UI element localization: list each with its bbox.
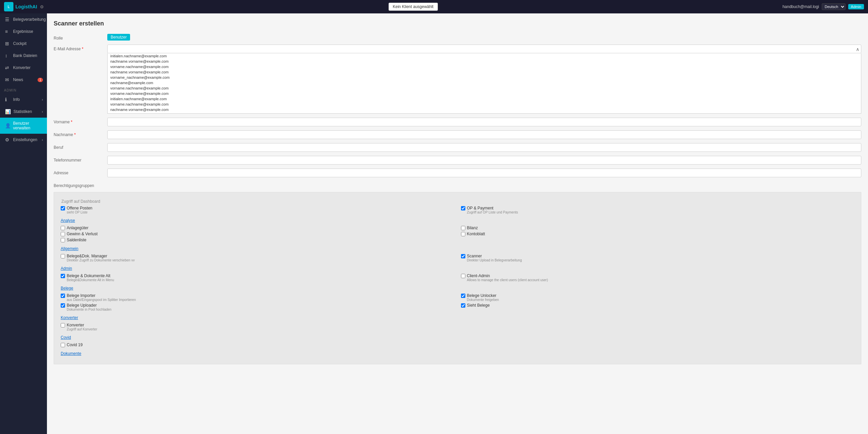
form-row-rolle: Rolle Benutzer <box>54 34 861 40</box>
perm-section-konverter: Konverter <box>61 315 854 320</box>
email-input[interactable] <box>107 44 861 53</box>
perm-checkbox-belege-dokumente-alt[interactable] <box>61 274 65 278</box>
perm-label-konverter[interactable]: Konverter <box>61 323 454 328</box>
permissions-overlay: Zugriff auf Dashboard Offene Posten sieh… <box>54 192 861 364</box>
kein-client-button[interactable]: Kein Klient ausgewählt <box>389 3 438 11</box>
perm-label-belege-unlocker[interactable]: Belege Unlocker <box>461 293 855 298</box>
chevron-right-icon: › <box>42 138 43 142</box>
email-list-item[interactable]: vorname_nachname@example.com <box>107 112 861 114</box>
perm-desc-konverter: Zugriff auf Konverter <box>67 328 454 331</box>
perm-checkbox-konverter[interactable] <box>61 323 65 328</box>
perm-checkbox-scanner[interactable] <box>461 254 465 258</box>
perm-checkbox-op-payment[interactable] <box>461 206 465 211</box>
perm-label-saldenliste[interactable]: Saldenliste <box>61 238 454 242</box>
perm-checkbox-offene-posten[interactable] <box>61 206 65 211</box>
sidebar-item-news[interactable]: ✉ News 1 <box>0 74 47 86</box>
sidebar-item-label: Benutzer verwalten <box>13 121 43 130</box>
email-label: E-Mail Adresse <box>54 44 107 51</box>
perm-label-bilanz[interactable]: Bilanz <box>461 225 855 230</box>
perm-label-scanner[interactable]: Scanner <box>461 254 855 258</box>
perm-checkbox-bilanz[interactable] <box>461 226 465 230</box>
perm-item-op-payment: OP & Payment Zugriff auf OP Liste und Pa… <box>461 206 855 214</box>
email-list-item[interactable]: nachname.vorname@example.com <box>107 59 861 64</box>
sidebar-item-bank-dateien[interactable]: ↕ Bank Dateien <box>0 50 47 62</box>
dashboard-header: Zugriff auf Dashboard <box>61 199 854 204</box>
telefon-input[interactable] <box>107 156 861 164</box>
sidebar-item-cockpit[interactable]: ⊞ Cockpit <box>0 37 47 50</box>
email-list-item[interactable]: vorname.nachname@example.com <box>107 64 861 69</box>
statistiken-icon: 📊 <box>5 109 11 114</box>
perm-checkbox-saldenliste[interactable] <box>61 238 65 242</box>
perm-checkbox-belege-uploader[interactable] <box>61 303 65 308</box>
perm-item-gewinn-verlust: Gewinn & Verlust <box>61 231 454 236</box>
perm-label-gewinn-verlust[interactable]: Gewinn & Verlust <box>61 231 454 236</box>
perm-section-allgemein: Allgemein <box>61 246 854 251</box>
perm-label-belege-uploader[interactable]: Belege Uploader <box>61 303 454 308</box>
perm-checkbox-covid19[interactable] <box>61 343 65 347</box>
beruf-control <box>107 143 861 152</box>
sidebar-item-label: Statistiken <box>13 109 32 114</box>
sidebar-item-ergebnisse[interactable]: ≡ Ergebnisse <box>0 26 47 37</box>
perm-checkbox-belege-dok-manager[interactable] <box>61 254 65 258</box>
perm-label-belege-dokumente-alt[interactable]: Belege & Dokumente Alt <box>61 274 454 278</box>
perm-label-belege-importer[interactable]: Belege Importer <box>61 293 454 298</box>
perm-label-op-payment[interactable]: OP & Payment <box>461 206 855 211</box>
telefon-label: Telefonnummer <box>54 156 107 162</box>
vorname-label: Vorname <box>54 118 107 124</box>
perm-label-sieht-belege[interactable]: Sieht Belege <box>461 303 855 308</box>
email-dropdown-list[interactable]: initialen.nachname@example.comnachname.v… <box>107 53 861 114</box>
perm-checkbox-gewinn-verlust[interactable] <box>61 232 65 236</box>
perm-checkbox-belege-importer[interactable] <box>61 293 65 298</box>
email-list-item[interactable]: vorname.nachname@example.com <box>107 91 861 96</box>
perm-label-client-admin[interactable]: Client-Admin <box>461 274 855 278</box>
perm-item-saldenliste: Saldenliste <box>61 238 454 242</box>
form-row-beruf: Beruf <box>54 143 861 152</box>
perm-item-client-admin: Client-Admin Allows to manage the client… <box>461 274 855 282</box>
topbar-left: L LogisthAI ⚙ <box>4 2 44 11</box>
perm-checkbox-kontoblatt[interactable] <box>461 232 465 236</box>
email-list-item[interactable]: initialen.nachname@example.com <box>107 53 861 59</box>
language-select[interactable]: Deutsch English <box>822 3 845 10</box>
perm-desc-belege-dok-manager: Direkter Zugriff zu Dokumente verschiebe… <box>67 258 454 262</box>
topbar-right: handbuch@mail.logi Deutsch English Admin <box>782 3 864 10</box>
sidebar-item-konverter[interactable]: ⇄ Konverter <box>0 62 47 74</box>
email-list-item[interactable]: nachname@example.com <box>107 80 861 86</box>
perm-checkbox-anlagegueter[interactable] <box>61 226 65 230</box>
perm-item-belege-uploader: Belege Uploader Dokumente in Pool hochla… <box>61 303 454 311</box>
email-list-item[interactable]: vorname_nachname@example.com <box>107 75 861 80</box>
perm-label-covid19[interactable]: Covid 19 <box>61 342 454 347</box>
email-list-item[interactable]: initialen.nachname@example.com <box>107 96 861 101</box>
sidebar-item-benutzer-verwalten[interactable]: 👤 Benutzer verwalten <box>0 118 47 134</box>
vorname-input[interactable] <box>107 118 861 126</box>
settings-icon[interactable]: ⚙ <box>40 4 44 9</box>
email-list-item[interactable]: vorname.nachname@example.com <box>107 101 861 107</box>
cockpit-icon: ⊞ <box>5 41 10 46</box>
sidebar-item-statistiken[interactable]: 📊 Statistiken › <box>0 105 47 118</box>
beruf-label: Beruf <box>54 143 107 150</box>
perm-item-scanner: Scanner Direkter Upload in Belegverarbei… <box>461 254 855 262</box>
adresse-input[interactable] <box>107 168 861 177</box>
email-list-item[interactable]: nachname.vorname@example.com <box>107 69 861 75</box>
perm-checkbox-belege-unlocker[interactable] <box>461 293 465 298</box>
form-row-berechtigungsgruppen: Berechtigungsgruppen <box>54 181 861 188</box>
perm-desc-scanner: Direkter Upload in Belegverarbeitung <box>467 258 855 262</box>
perm-checkbox-client-admin[interactable] <box>461 274 465 278</box>
perm-checkbox-sieht-belege[interactable] <box>461 303 465 308</box>
sidebar-item-belegverarbeitung[interactable]: ☰ Belegverarbeitung <box>0 13 47 26</box>
chevron-right-icon: › <box>42 110 43 114</box>
perm-grid-konverter: Konverter Zugriff auf Konverter <box>61 323 854 331</box>
rolle-badge: Benutzer <box>107 34 130 40</box>
perm-grid-analyse: Anlagegüter Bilanz Gewinn & Verlust <box>61 225 854 242</box>
beruf-input[interactable] <box>107 143 861 152</box>
perm-label-belege-dok-manager[interactable]: Belege&Dok. Manager <box>61 254 454 258</box>
sidebar-item-einstellungen[interactable]: ⚙ Einstellungen › <box>0 134 47 146</box>
topbar-center: Kein Klient ausgewählt <box>44 3 782 11</box>
nachname-input[interactable] <box>107 130 861 139</box>
sidebar-item-info[interactable]: ℹ Info › <box>0 93 47 105</box>
perm-item-konverter: Konverter Zugriff auf Konverter <box>61 323 454 331</box>
email-list-item[interactable]: vorname.nachname@example.com <box>107 86 861 91</box>
perm-label-offene-posten[interactable]: Offene Posten <box>61 206 454 211</box>
perm-label-kontoblatt[interactable]: Kontoblatt <box>461 231 855 236</box>
perm-label-anlagegueter[interactable]: Anlagegüter <box>61 225 454 230</box>
email-list-item[interactable]: nachname.vorname@example.com <box>107 107 861 112</box>
